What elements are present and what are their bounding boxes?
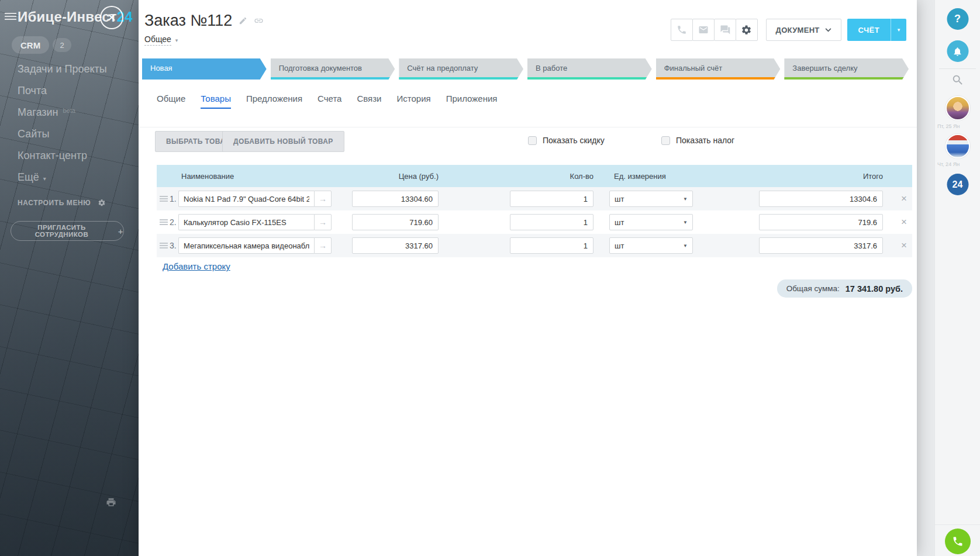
total-input[interactable]	[759, 237, 883, 254]
show-discount-label: Показать скидку	[543, 136, 605, 145]
mail-icon	[698, 25, 709, 35]
product-name-input[interactable]	[178, 214, 314, 230]
email-button[interactable]	[692, 19, 715, 41]
stage-close-deal[interactable]: Завершить сделку	[784, 58, 909, 80]
call-button[interactable]	[671, 19, 693, 41]
tab-invoices[interactable]: Счета	[318, 94, 341, 109]
price-input[interactable]	[352, 191, 439, 207]
open-product-icon[interactable]: →	[314, 214, 332, 230]
chevron-down-icon: ▾	[175, 37, 178, 43]
total-input[interactable]	[759, 191, 883, 207]
phone-icon	[677, 25, 687, 35]
invite-employees-button[interactable]: ПРИГЛАСИТЬ СОТРУДНИКОВ +	[11, 221, 124, 241]
quantity-cell	[510, 214, 593, 230]
sidebar-item-mail[interactable]: Почта	[18, 80, 107, 102]
copy-link-icon[interactable]	[254, 16, 264, 26]
timeline-avatar[interactable]	[946, 96, 970, 120]
sidebar-item-tasks[interactable]: Задачи и Проекты	[18, 58, 107, 80]
header-actions: ДОКУМЕНТ СЧЁТ ▾	[671, 19, 906, 41]
quantity-input[interactable]	[510, 237, 593, 254]
order-tabs: Общие Товары Предложения Счета Связи Ист…	[157, 94, 497, 109]
drag-handle-icon[interactable]	[160, 196, 168, 202]
document-button-label: ДОКУМЕНТ	[776, 26, 820, 34]
quantity-input[interactable]	[510, 214, 593, 230]
settings-button[interactable]	[736, 19, 758, 41]
edit-title-icon[interactable]	[239, 16, 247, 25]
search-button[interactable]	[951, 74, 964, 88]
notifications-button[interactable]	[947, 40, 968, 62]
section-divider	[139, 127, 917, 127]
bitrix24-button[interactable]: 24	[947, 174, 968, 195]
print-icon[interactable]	[105, 497, 117, 507]
stage-final-invoice[interactable]: Финальный счёт	[656, 58, 781, 80]
total-sum-label: Общая сумма:	[786, 284, 840, 293]
unit-cell: шт ▼	[609, 191, 693, 207]
menu-toggle-icon[interactable]	[5, 13, 16, 21]
stage-docs-preparation[interactable]: Подготовка документов	[271, 58, 395, 80]
tab-apps[interactable]: Приложения	[446, 94, 498, 109]
category-selector[interactable]: Общее ▾	[144, 34, 178, 46]
crm-counter-badge: 2	[53, 38, 71, 52]
row-number: 2.	[170, 217, 177, 227]
sidebar-more-label: Ещё	[18, 171, 39, 184]
total-cell	[759, 237, 883, 254]
left-sidebar: Ибице-Инвест24 CRM 2 Задачи и Проекты По…	[0, 0, 139, 556]
sidebar-item-shop-label: Магазин	[18, 106, 58, 119]
total-sum-value: 17 341.80 руб.	[846, 284, 903, 293]
delete-row-icon[interactable]: ×	[898, 216, 910, 228]
delete-row-icon[interactable]: ×	[898, 240, 910, 251]
tab-history[interactable]: История	[396, 94, 430, 109]
unit-select[interactable]: шт	[609, 214, 693, 230]
stage-prepayment-invoice[interactable]: Счёт на предоплату	[399, 58, 523, 80]
document-dropdown-button[interactable]: ДОКУМЕНТ	[766, 19, 841, 41]
unit-select[interactable]: шт	[609, 237, 693, 254]
sidebar-item-crm[interactable]: CRM	[12, 36, 49, 54]
divider	[935, 524, 980, 525]
show-tax-option: Показать налог	[661, 136, 734, 145]
chat-button[interactable]	[714, 19, 736, 41]
drag-handle-icon[interactable]	[160, 219, 168, 225]
timeline-avatar[interactable]	[946, 134, 970, 158]
product-name-cell: →	[178, 214, 332, 230]
configure-menu-label: НАСТРОИТЬ МЕНЮ	[18, 199, 91, 207]
column-header-price: Цена (руб.)	[352, 165, 439, 187]
price-input[interactable]	[352, 214, 439, 230]
quantity-input[interactable]	[510, 191, 593, 207]
delete-row-icon[interactable]: ×	[898, 193, 910, 205]
open-product-icon[interactable]: →	[314, 191, 332, 207]
product-name-input[interactable]	[178, 237, 314, 254]
drag-handle-icon[interactable]	[160, 243, 168, 248]
show-discount-checkbox[interactable]	[528, 136, 537, 145]
add-row-link[interactable]: Добавить строку	[163, 261, 230, 271]
stage-in-progress[interactable]: В работе	[527, 58, 652, 80]
invoice-dropdown-arrow[interactable]: ▾	[891, 19, 906, 41]
telephony-button[interactable]	[945, 529, 971, 554]
help-button[interactable]: ?	[947, 8, 968, 30]
search-icon	[951, 74, 964, 87]
unit-select[interactable]: шт	[609, 191, 693, 207]
table-row: 2. → шт ▼ ×	[157, 210, 912, 234]
total-input[interactable]	[759, 214, 883, 230]
sidebar-item-more[interactable]: Ещё▾	[18, 167, 107, 188]
open-product-icon[interactable]: →	[314, 237, 332, 254]
tab-products[interactable]: Товары	[201, 94, 231, 109]
invoice-button[interactable]: СЧЁТ	[847, 19, 891, 41]
tab-general[interactable]: Общие	[157, 94, 185, 109]
sidebar-item-sites[interactable]: Сайты	[18, 123, 107, 145]
product-name-input[interactable]	[178, 191, 314, 207]
product-name-cell: →	[178, 191, 332, 207]
close-slider-button[interactable]: ✕	[100, 6, 123, 29]
add-new-product-button[interactable]: ДОБАВИТЬ НОВЫЙ ТОВАР	[222, 131, 344, 152]
show-tax-checkbox[interactable]	[661, 136, 670, 145]
sidebar-item-contact-center[interactable]: Контакт-центр	[18, 145, 107, 167]
chevron-down-icon	[825, 28, 831, 32]
price-input[interactable]	[352, 237, 439, 254]
tab-quotes[interactable]: Предложения	[246, 94, 302, 109]
sidebar-item-shop[interactable]: Магазинbeta	[18, 102, 107, 123]
gear-icon	[741, 25, 752, 36]
stage-new[interactable]: Новая	[142, 58, 267, 80]
tab-links[interactable]: Связи	[357, 94, 381, 109]
total-cell	[759, 191, 883, 207]
configure-menu-button[interactable]: НАСТРОИТЬ МЕНЮ	[18, 199, 106, 207]
phone-icon	[952, 536, 964, 547]
